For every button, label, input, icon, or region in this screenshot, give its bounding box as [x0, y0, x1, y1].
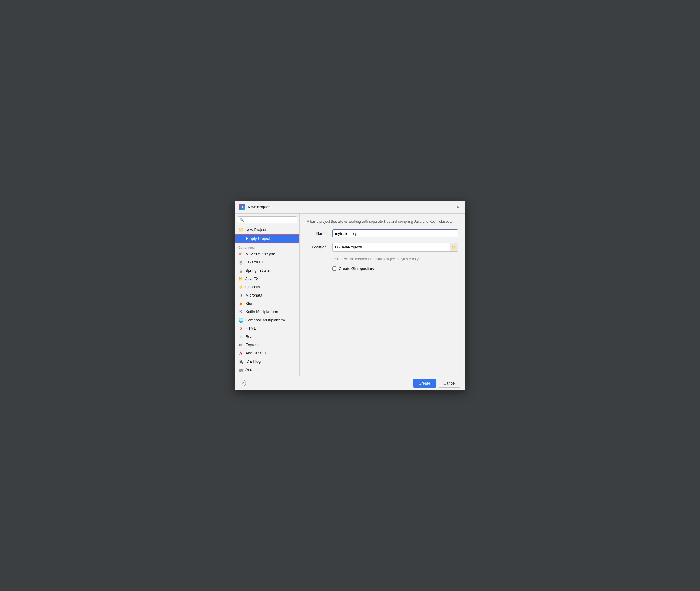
name-row: Name: [307, 229, 458, 238]
sidebar-item-label: Angular CLI [245, 351, 266, 355]
help-button[interactable]: ? [240, 380, 246, 386]
jakarta-ee-icon: ☕ [238, 260, 243, 265]
location-row: Location: 📁 [307, 243, 458, 252]
compose-multiplatform-icon: 🌐 [238, 318, 243, 323]
app-logo: IJ [239, 204, 245, 210]
sidebar-item-label: Spring Initializr [245, 268, 270, 273]
micronaut-icon: μ [238, 293, 243, 298]
sidebar-item-label: JavaFX [245, 276, 258, 281]
sidebar: 🔍 📁 New Project Empty Project Generators… [235, 213, 300, 376]
sidebar-item-label: Micronaut [245, 293, 262, 298]
footer-left: ? [240, 380, 246, 386]
dialog-footer: ? Create Cancel [235, 376, 465, 390]
ide-plugin-icon: 🔌 [238, 359, 243, 364]
sidebar-item-label: Android [245, 368, 259, 372]
sidebar-item-jakarta-ee[interactable]: ☕ Jakarta EE [235, 258, 300, 266]
project-path-hint: Project will be created in: D:\JavaProje… [332, 257, 458, 261]
new-project-dialog: IJ New Project × 🔍 📁 New Project Empty P… [235, 201, 465, 390]
sidebar-item-label: React [245, 334, 255, 339]
sidebar-item-ktor[interactable]: ◆ Ktor [235, 300, 300, 308]
html-icon: 5 [238, 326, 243, 331]
sidebar-item-label: Express [245, 343, 259, 347]
sidebar-item-javafx[interactable]: 📂 JavaFX [235, 275, 300, 283]
sidebar-item-label: HTML [245, 326, 256, 330]
browse-folder-button[interactable]: 📁 [450, 243, 458, 251]
react-icon: ⚛ [238, 334, 243, 339]
sidebar-item-label: Compose Multiplatform [245, 318, 285, 322]
name-label: Name: [307, 231, 328, 236]
project-description: A basic project that allows working with… [307, 219, 458, 224]
name-input[interactable] [332, 229, 458, 238]
sidebar-item-kotlin-multiplatform[interactable]: K Kotlin Multiplatform [235, 308, 300, 316]
angular-cli-icon: A [238, 351, 243, 355]
new-project-icon: 📁 [238, 227, 243, 232]
location-input[interactable] [332, 243, 450, 251]
location-label: Location: [307, 245, 328, 249]
sidebar-item-micronaut[interactable]: μ Micronaut [235, 291, 300, 300]
sidebar-item-label: New Project [245, 227, 266, 232]
sidebar-item-new-project[interactable]: 📁 New Project [235, 226, 300, 234]
ktor-icon: ◆ [238, 301, 243, 306]
sidebar-item-spring-initializr[interactable]: 🍃 Spring Initializr [235, 266, 300, 275]
close-button[interactable]: × [455, 204, 461, 210]
create-git-label[interactable]: Create Git repository [339, 266, 374, 271]
title-bar: IJ New Project × [235, 201, 465, 213]
sidebar-item-android[interactable]: 🤖 Android [235, 366, 300, 374]
sidebar-item-angular-cli[interactable]: A Angular CLI [235, 349, 300, 357]
sidebar-item-quarkus[interactable]: ⚡ Quarkus [235, 283, 300, 291]
sidebar-item-label: Maven Archetype [245, 252, 275, 256]
sidebar-item-label: IDE Plugin [245, 359, 263, 364]
sidebar-item-label: Quarkus [245, 285, 260, 289]
main-content: A basic project that allows working with… [300, 213, 465, 376]
android-icon: 🤖 [238, 368, 243, 372]
sidebar-item-empty-project[interactable]: Empty Project [235, 234, 300, 243]
create-git-row: Create Git repository [332, 266, 458, 271]
kotlin-multiplatform-icon: K [238, 310, 243, 314]
express-icon: ex [238, 343, 243, 347]
sidebar-item-ide-plugin[interactable]: 🔌 IDE Plugin [235, 357, 300, 366]
generators-label: Generators [235, 243, 300, 250]
sidebar-item-label: Jakarta EE [245, 260, 264, 264]
sidebar-item-label: Ktor [245, 301, 253, 306]
spring-initializr-icon: 🍃 [238, 268, 243, 273]
javafx-icon: 📂 [238, 276, 243, 281]
maven-archetype-icon: m [238, 252, 243, 256]
empty-project-icon [239, 236, 244, 241]
search-icon: 🔍 [240, 218, 244, 222]
search-box[interactable]: 🔍 [237, 216, 297, 223]
sidebar-item-express[interactable]: ex Express [235, 341, 300, 349]
create-git-checkbox[interactable] [332, 266, 336, 271]
dialog-title: New Project [248, 205, 452, 209]
folder-icon: 📁 [451, 245, 456, 250]
sidebar-item-label: Empty Project [246, 236, 270, 241]
sidebar-item-maven-archetype[interactable]: m Maven Archetype [235, 250, 300, 258]
location-input-wrap: 📁 [332, 243, 458, 252]
sidebar-item-react[interactable]: ⚛ React [235, 333, 300, 341]
footer-right: Create Cancel [413, 379, 461, 388]
cancel-button[interactable]: Cancel [439, 379, 460, 388]
sidebar-item-compose-multiplatform[interactable]: 🌐 Compose Multiplatform [235, 316, 300, 324]
sidebar-item-html[interactable]: 5 HTML [235, 324, 300, 333]
sidebar-item-label: Kotlin Multiplatform [245, 310, 278, 314]
dialog-body: 🔍 📁 New Project Empty Project Generators… [235, 213, 465, 376]
create-button[interactable]: Create [413, 379, 436, 388]
quarkus-icon: ⚡ [238, 285, 243, 289]
